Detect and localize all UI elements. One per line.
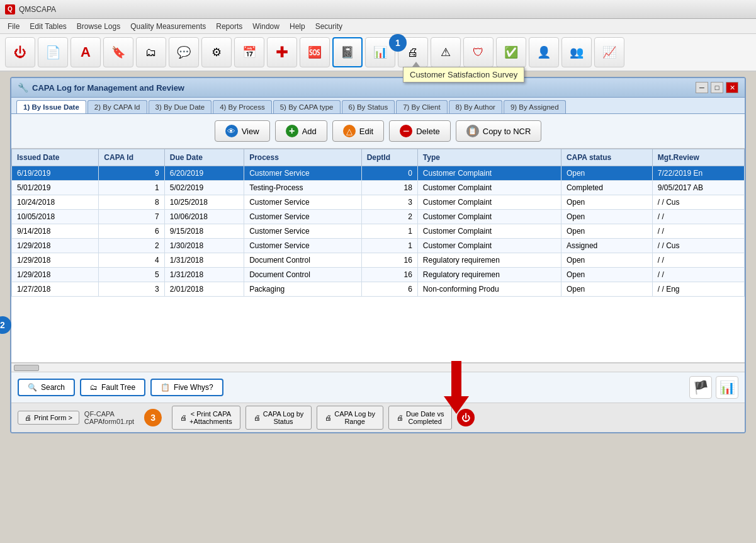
- table-row[interactable]: 5/01/201915/02/2019Testing-Process18Cust…: [12, 181, 745, 195]
- horizontal-scrollbar-thumb[interactable]: [14, 365, 39, 371]
- view-button[interactable]: 👁 View: [215, 120, 270, 142]
- delete-icon: −: [400, 125, 412, 137]
- tab-client[interactable]: 7) By Client: [396, 100, 447, 113]
- settings-toolbar-icon[interactable]: ⚙: [201, 37, 232, 67]
- cell-row4-col2: 9/15/2018: [164, 224, 244, 239]
- warning-toolbar-icon[interactable]: ⚠: [431, 37, 461, 67]
- col-process[interactable]: Process: [244, 149, 362, 166]
- user-add-toolbar-icon[interactable]: 👤: [529, 37, 559, 67]
- menu-browse-logs[interactable]: Browse Logs: [72, 21, 125, 32]
- capa-log-status-button[interactable]: 🖨 CAPA Log by Status: [245, 406, 312, 430]
- col-issued-date[interactable]: Issued Date: [12, 149, 99, 166]
- table-row[interactable]: 10/05/2018710/06/2018Customer Service2Cu…: [12, 210, 745, 224]
- calendar-toolbar-icon[interactable]: 📅: [234, 37, 264, 67]
- menu-file[interactable]: File: [3, 21, 25, 32]
- cell-row1-col4: 18: [361, 181, 417, 195]
- col-type[interactable]: Type: [417, 149, 561, 166]
- table-row[interactable]: 1/29/201851/31/2018Document Control16Reg…: [12, 268, 745, 282]
- cell-row1-col7: 9/05/2017 AB: [652, 181, 744, 195]
- footer-bar: 🖨 Print Form > QF-CAPA CAPAform01.rpt 3 …: [11, 403, 745, 432]
- cell-row0-col1: 9: [99, 166, 164, 181]
- tab-assigned[interactable]: 9) By Assigned: [504, 100, 566, 113]
- col-capa-id[interactable]: CAPA Id: [99, 149, 164, 166]
- col-due-date[interactable]: Due Date: [164, 149, 244, 166]
- cell-row8-col2: 2/01/2018: [164, 282, 244, 297]
- menu-edit-tables[interactable]: Edit Tables: [25, 21, 71, 32]
- cell-row7-col2: 1/31/2018: [164, 268, 244, 282]
- minimize-button[interactable]: ─: [696, 82, 708, 93]
- col-dept-id[interactable]: DeptId: [361, 149, 417, 166]
- power-toolbar-icon[interactable]: ⏻: [5, 37, 35, 67]
- menu-help[interactable]: Help: [285, 21, 310, 32]
- table-row[interactable]: 1/27/201832/01/2018Packaging6Non-conform…: [12, 282, 745, 297]
- tab-process[interactable]: 4) By Process: [213, 100, 272, 113]
- cell-row1-col2: 5/02/2019: [164, 181, 244, 195]
- notes-toolbar-icon[interactable]: 📓: [332, 37, 363, 67]
- view-icon: 👁: [225, 125, 238, 137]
- cell-row4-col7: / /: [652, 224, 744, 239]
- bookmark-toolbar-icon[interactable]: 🔖: [103, 37, 133, 67]
- add-toolbar-icon[interactable]: ✚: [267, 37, 297, 67]
- fault-tree-icon: 🗂: [90, 383, 98, 392]
- help-toolbar-icon[interactable]: 🆘: [300, 37, 330, 67]
- adobe-toolbar-icon[interactable]: A: [71, 37, 101, 67]
- col-mgt-review[interactable]: Mgt.Review: [652, 149, 744, 166]
- delete-button[interactable]: − Delete: [389, 120, 451, 142]
- cell-row2-col0: 10/24/2018: [12, 195, 99, 210]
- orgchart-toolbar-icon[interactable]: 🗂: [136, 37, 166, 67]
- cell-row7-col3: Document Control: [244, 268, 362, 282]
- table-row[interactable]: 1/29/201841/31/2018Document Control16Reg…: [12, 253, 745, 268]
- table-row[interactable]: 10/24/2018810/25/2018Customer Service3Cu…: [12, 195, 745, 210]
- cell-row2-col3: Customer Service: [244, 195, 362, 210]
- menu-quality[interactable]: Quality Measurements: [125, 21, 211, 32]
- document-toolbar-icon[interactable]: 📄: [38, 37, 68, 67]
- cell-row8-col4: 6: [361, 282, 417, 297]
- cell-row7-col7: / /: [652, 268, 744, 282]
- chat-toolbar-icon[interactable]: 💬: [169, 37, 199, 67]
- people-toolbar-icon[interactable]: 👥: [561, 37, 592, 67]
- tab-capa-type[interactable]: 5) By CAPA type: [273, 100, 341, 113]
- cell-row0-col7: 7/22/2019 En: [652, 166, 744, 181]
- flag-button[interactable]: 🏴: [689, 376, 712, 399]
- doc-info: QF-CAPA CAPAform01.rpt: [84, 410, 134, 425]
- tab-author[interactable]: 8) By Author: [449, 100, 502, 113]
- cell-row0-col4: 0: [361, 166, 417, 181]
- print-capa-button[interactable]: 🖨 < Print CAPA +Attachments: [172, 406, 240, 430]
- menu-reports[interactable]: Reports: [211, 21, 247, 32]
- tab-due-date[interactable]: 3) By Due Date: [149, 100, 212, 113]
- close-button[interactable]: ✕: [726, 82, 738, 93]
- col-capa-status[interactable]: CAPA status: [561, 149, 652, 166]
- five-whys-button[interactable]: 📋 Five Whys?: [150, 379, 223, 396]
- cell-row5-col4: 1: [361, 239, 417, 253]
- search-button[interactable]: 🔍 Search: [18, 379, 75, 396]
- trend-toolbar-icon[interactable]: 📈: [594, 37, 624, 67]
- cell-row5-col7: / / Cus: [652, 239, 744, 253]
- capa-log-range-button[interactable]: 🖨 CAPA Log by Range: [317, 406, 383, 430]
- table-row[interactable]: 1/29/201821/30/2018Customer Service1Cust…: [12, 239, 745, 253]
- tab-capa-id[interactable]: 2) By CAPA Id: [87, 100, 147, 113]
- fault-tree-button[interactable]: 🗂 Fault Tree: [80, 379, 145, 396]
- tab-bar: 1) By Issue Date 2) By CAPA Id 3) By Due…: [11, 98, 745, 114]
- table-row[interactable]: 6/19/201996/20/2019Customer Service0Cust…: [12, 166, 745, 181]
- copy-ncr-button[interactable]: 📋 Copy to NCR: [456, 120, 542, 142]
- cell-row2-col6: Open: [561, 195, 652, 210]
- shield-toolbar-icon[interactable]: 🛡: [463, 37, 494, 67]
- cell-row5-col6: Assigned: [561, 239, 652, 253]
- print-form-button[interactable]: 🖨 Print Form >: [18, 411, 79, 425]
- app-icon: Q: [5, 4, 15, 14]
- tab-issue-date[interactable]: 1) By Issue Date: [16, 100, 86, 113]
- cell-row7-col6: Open: [561, 268, 652, 282]
- due-date-completed-button[interactable]: 🖨 Due Date vs Completed: [388, 406, 453, 430]
- cell-row3-col0: 10/05/2018: [12, 210, 99, 224]
- cell-row6-col5: Regulatory requiremen: [417, 253, 561, 268]
- checklist-toolbar-icon[interactable]: ✅: [496, 37, 526, 67]
- data-table-container[interactable]: Issued Date CAPA Id Due Date Process Dep…: [11, 149, 745, 363]
- edit-button[interactable]: △ Edit: [332, 120, 384, 142]
- bar-chart-button[interactable]: 📊: [716, 376, 738, 399]
- add-button[interactable]: + Add: [275, 120, 327, 142]
- maximize-button[interactable]: □: [711, 82, 723, 93]
- menu-security[interactable]: Security: [310, 21, 347, 32]
- tab-status[interactable]: 6) By Status: [342, 100, 395, 113]
- table-row[interactable]: 9/14/201869/15/2018Customer Service1Cust…: [12, 224, 745, 239]
- menu-window[interactable]: Window: [247, 21, 285, 32]
